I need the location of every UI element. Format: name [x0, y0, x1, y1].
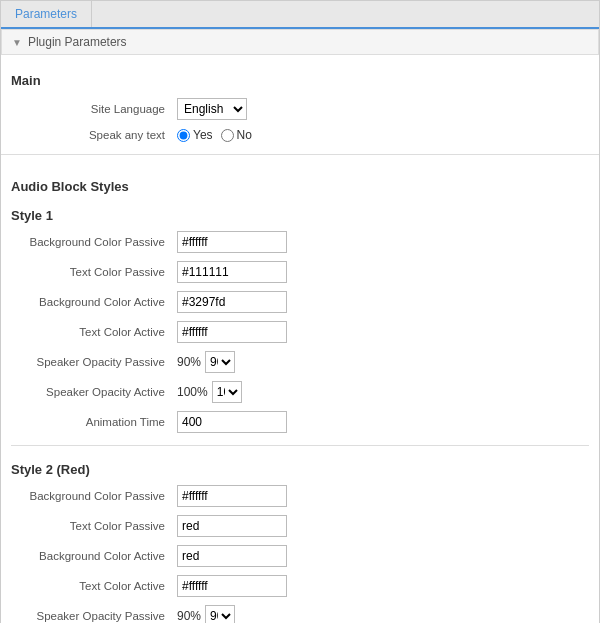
style2-bg-passive-label: Background Color Passive	[11, 481, 171, 511]
style2-text-passive-input[interactable]	[177, 515, 287, 537]
style1-form-table: Background Color Passive Text Color Pass…	[11, 227, 589, 437]
speak-any-text-label: Speak any text	[11, 124, 171, 146]
style2-text-passive-value-cell	[171, 511, 589, 541]
speak-any-text-radio-group: Yes No	[177, 128, 583, 142]
style2-text-active-input[interactable]	[177, 575, 287, 597]
style1-opacity-active-group: 100% 100% 90% 80% 70%	[177, 381, 583, 403]
speak-no-label[interactable]: No	[221, 128, 252, 142]
style2-text-active-value-cell	[171, 571, 589, 601]
style1-bg-active-label: Background Color Active	[11, 287, 171, 317]
tab-parameters[interactable]: Parameters	[1, 1, 92, 27]
audio-block-section: Audio Block Styles Style 1 Background Co…	[1, 163, 599, 623]
plugin-parameters-header[interactable]: ▼ Plugin Parameters	[1, 29, 599, 55]
speak-any-text-row: Speak any text Yes No	[11, 124, 589, 146]
style2-opacity-passive-group: 90% 90% 80% 70% 60% 50% 100%	[177, 605, 583, 623]
style2-opacity-passive-text: 90%	[177, 609, 201, 623]
style1-bg-passive-input[interactable]	[177, 231, 287, 253]
style2-bg-passive-input[interactable]	[177, 485, 287, 507]
style1-animation-time-label: Animation Time	[11, 407, 171, 437]
style1-text-active-value-cell	[171, 317, 589, 347]
style2-text-active-label: Text Color Active	[11, 571, 171, 601]
style2-bg-passive-row: Background Color Passive	[11, 481, 589, 511]
style1-text-active-input[interactable]	[177, 321, 287, 343]
style2-bg-active-value-cell	[171, 541, 589, 571]
style2-bg-passive-value-cell	[171, 481, 589, 511]
speak-yes-text: Yes	[193, 128, 213, 142]
style1-opacity-passive-text: 90%	[177, 355, 201, 369]
style2-speaker-opacity-passive-label: Speaker Opacity Passive	[11, 601, 171, 623]
style2-text-passive-row: Text Color Passive	[11, 511, 589, 541]
speak-no-text: No	[237, 128, 252, 142]
style1-bg-passive-row: Background Color Passive	[11, 227, 589, 257]
style1-speaker-opacity-active-row: Speaker Opacity Active 100% 100% 90% 80%…	[11, 377, 589, 407]
divider-style1-style2	[11, 445, 589, 446]
style2-speaker-opacity-passive-value-cell: 90% 90% 80% 70% 60% 50% 100%	[171, 601, 589, 623]
main-section: Main Site Language English French German…	[1, 55, 599, 146]
style1-animation-time-row: Animation Time	[11, 407, 589, 437]
site-language-value-cell: English French German Spanish	[171, 94, 589, 124]
style1-animation-time-value-cell	[171, 407, 589, 437]
arrow-icon: ▼	[12, 37, 22, 48]
style1-bg-active-value-cell	[171, 287, 589, 317]
style2-speaker-opacity-passive-select[interactable]: 90% 80% 70% 60% 50% 100%	[205, 605, 235, 623]
style2-title: Style 2 (Red)	[11, 454, 589, 481]
style1-bg-active-row: Background Color Active	[11, 287, 589, 317]
tab-bar: Parameters	[1, 1, 599, 29]
style1-speaker-opacity-active-value-cell: 100% 100% 90% 80% 70%	[171, 377, 589, 407]
style1-speaker-opacity-passive-value-cell: 90% 90% 80% 70% 60% 50% 100%	[171, 347, 589, 377]
style1-text-active-label: Text Color Active	[11, 317, 171, 347]
style2-text-passive-label: Text Color Passive	[11, 511, 171, 541]
style1-text-passive-label: Text Color Passive	[11, 257, 171, 287]
main-form-table: Site Language English French German Span…	[11, 94, 589, 146]
style2-form-table: Background Color Passive Text Color Pass…	[11, 481, 589, 623]
style1-bg-active-input[interactable]	[177, 291, 287, 313]
style1-opacity-active-text: 100%	[177, 385, 208, 399]
style1-text-passive-input[interactable]	[177, 261, 287, 283]
style1-bg-passive-value-cell	[171, 227, 589, 257]
style1-opacity-passive-group: 90% 90% 80% 70% 60% 50% 100%	[177, 351, 583, 373]
style1-text-passive-value-cell	[171, 257, 589, 287]
style1-speaker-opacity-passive-label: Speaker Opacity Passive	[11, 347, 171, 377]
style1-text-active-row: Text Color Active	[11, 317, 589, 347]
style2-bg-active-input[interactable]	[177, 545, 287, 567]
style2-bg-active-row: Background Color Active	[11, 541, 589, 571]
page-wrapper: Parameters ▼ Plugin Parameters Main Site…	[0, 0, 600, 623]
style1-speaker-opacity-passive-select[interactable]: 90% 80% 70% 60% 50% 100%	[205, 351, 235, 373]
speak-yes-label[interactable]: Yes	[177, 128, 213, 142]
section-label: Plugin Parameters	[28, 35, 127, 49]
style1-animation-time-input[interactable]	[177, 411, 287, 433]
site-language-label: Site Language	[11, 94, 171, 124]
main-title: Main	[11, 63, 589, 94]
site-language-select[interactable]: English French German Spanish	[177, 98, 247, 120]
site-language-row: Site Language English French German Span…	[11, 94, 589, 124]
style1-title: Style 1	[11, 200, 589, 227]
style1-speaker-opacity-passive-row: Speaker Opacity Passive 90% 90% 80% 70% …	[11, 347, 589, 377]
style2-bg-active-label: Background Color Active	[11, 541, 171, 571]
speak-yes-radio[interactable]	[177, 129, 190, 142]
style1-speaker-opacity-active-label: Speaker Opacity Active	[11, 377, 171, 407]
style2-speaker-opacity-passive-row: Speaker Opacity Passive 90% 90% 80% 70% …	[11, 601, 589, 623]
style1-speaker-opacity-active-select[interactable]: 100% 90% 80% 70%	[212, 381, 242, 403]
style1-text-passive-row: Text Color Passive	[11, 257, 589, 287]
audio-block-title: Audio Block Styles	[11, 169, 589, 200]
style2-text-active-row: Text Color Active	[11, 571, 589, 601]
style1-bg-passive-label: Background Color Passive	[11, 227, 171, 257]
speak-any-text-value-cell: Yes No	[171, 124, 589, 146]
speak-no-radio[interactable]	[221, 129, 234, 142]
divider-main	[1, 154, 599, 155]
